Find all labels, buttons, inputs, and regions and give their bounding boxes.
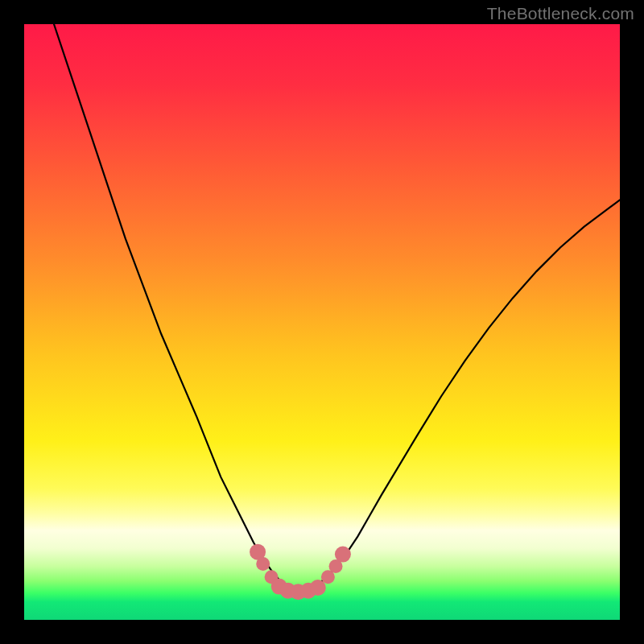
marker-dot [335,547,351,563]
curves-layer [24,24,620,620]
plot-area [24,24,620,620]
watermark-text: TheBottleneck.com [487,4,634,23]
left-curve [54,24,280,581]
bottom-dots [250,544,351,601]
marker-dot [256,557,270,571]
chart-frame: TheBottleneck.com [0,0,644,644]
right-curve [322,200,620,581]
